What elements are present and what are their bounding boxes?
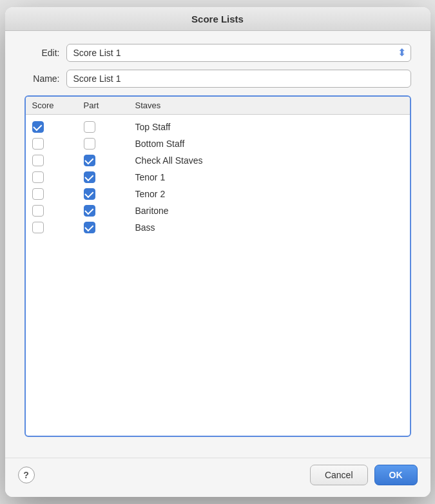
stave-label: Bottom Staff (135, 139, 403, 149)
part-checkbox[interactable] (84, 205, 95, 217)
stave-label: Baritone (135, 206, 403, 216)
score-checkbox[interactable] (32, 222, 44, 233)
stave-label: Tenor 1 (135, 172, 403, 182)
part-checkbox-cell (84, 138, 135, 150)
score-checkbox-cell (32, 138, 84, 150)
col-part: Part (84, 101, 135, 110)
stave-label: Check All Staves (135, 155, 403, 166)
table-header: Score Part Staves (26, 97, 410, 115)
edit-label: Edit: (24, 48, 60, 58)
dialog-footer: ? Cancel OK (5, 458, 430, 497)
cancel-button[interactable]: Cancel (310, 465, 368, 485)
score-checkbox[interactable] (32, 171, 44, 183)
col-score: Score (32, 101, 84, 110)
name-input[interactable] (66, 70, 411, 88)
table-row: Baritone (32, 202, 403, 219)
table-row: Check All Staves (32, 152, 403, 169)
name-label: Name: (24, 73, 60, 84)
staves-table: Score Part Staves Top StaffBottom StaffC… (24, 95, 411, 437)
edit-select-wrapper: Score List 1 Score List 2 ⬍ (66, 44, 411, 62)
score-checkbox[interactable] (32, 155, 44, 166)
part-checkbox-cell (84, 222, 135, 233)
part-checkbox[interactable] (84, 171, 95, 183)
part-checkbox-cell (84, 205, 135, 217)
score-lists-dialog: Score Lists Edit: Score List 1 Score Lis… (5, 7, 430, 497)
score-checkbox[interactable] (32, 188, 44, 200)
score-checkbox-cell (32, 171, 84, 183)
stave-label: Top Staff (135, 122, 403, 132)
help-button[interactable]: ? (18, 467, 35, 483)
ok-button[interactable]: OK (374, 465, 418, 485)
part-checkbox[interactable] (84, 155, 95, 166)
edit-select[interactable]: Score List 1 Score List 2 (66, 44, 411, 62)
table-row: Tenor 1 (32, 169, 403, 186)
score-checkbox-cell (32, 222, 84, 233)
score-checkbox-cell (32, 155, 84, 166)
part-checkbox[interactable] (84, 188, 95, 200)
score-checkbox-cell (32, 205, 84, 217)
part-checkbox[interactable] (84, 222, 95, 233)
score-checkbox[interactable] (32, 205, 44, 217)
col-staves: Staves (135, 101, 403, 110)
dialog-title: Score Lists (191, 14, 244, 24)
part-checkbox-cell (84, 188, 135, 200)
title-bar: Score Lists (5, 7, 430, 31)
table-row: Tenor 2 (32, 186, 403, 202)
part-checkbox[interactable] (84, 121, 95, 133)
edit-row: Edit: Score List 1 Score List 2 ⬍ (24, 44, 411, 62)
stave-label: Tenor 2 (135, 189, 403, 199)
score-checkbox[interactable] (32, 138, 44, 150)
table-row: Top Staff (32, 119, 403, 135)
table-body: Top StaffBottom StaffCheck All StavesTen… (26, 115, 410, 240)
footer-buttons: Cancel OK (310, 465, 418, 485)
dialog-body: Edit: Score List 1 Score List 2 ⬍ Name: … (5, 31, 430, 458)
part-checkbox-cell (84, 171, 135, 183)
table-row: Bass (32, 219, 403, 236)
score-checkbox-cell (32, 188, 84, 200)
table-row: Bottom Staff (32, 135, 403, 152)
part-checkbox-cell (84, 155, 135, 166)
score-checkbox[interactable] (32, 121, 44, 133)
score-checkbox-cell (32, 121, 84, 133)
part-checkbox[interactable] (84, 138, 95, 150)
name-row: Name: (24, 70, 411, 88)
stave-label: Bass (135, 222, 403, 233)
part-checkbox-cell (84, 121, 135, 133)
